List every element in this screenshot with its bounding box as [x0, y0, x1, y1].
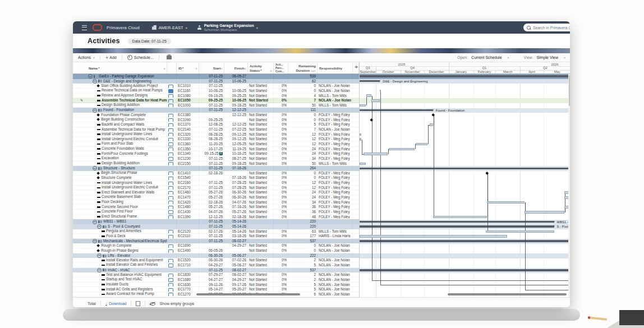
activity-row[interactable]: Pool & DeckEC211007-11-2503-16-26Not Sta… — [73, 234, 359, 239]
activity-row[interactable]: Install Elevator Rails and EquipmentEC15… — [73, 258, 359, 263]
activity-row[interactable]: Startup and Test HVACEC168004-27-2704-29… — [73, 278, 359, 283]
collapse-icon[interactable] — [97, 268, 102, 272]
discussion-icon[interactable] — [168, 278, 173, 281]
activity-row[interactable]: Install Underground Water LinesEC216007-… — [73, 181, 359, 186]
schedule-button[interactable]: Schedule... — [122, 53, 159, 62]
discussion-icon[interactable] — [168, 215, 173, 219]
discussion-icon[interactable] — [168, 206, 173, 209]
activity-row[interactable]: Rough-In Phase BeginsEC149006-05-26Not S… — [73, 248, 359, 253]
activity-row[interactable]: Erect Structural FrameEC139012-12-2502-1… — [73, 215, 359, 220]
collapse-icon[interactable] — [93, 166, 97, 170]
discussion-icon[interactable] — [168, 191, 173, 195]
discussion-icon[interactable] — [168, 104, 173, 107]
discussion-icon[interactable] — [168, 138, 173, 141]
gantt-task-bar[interactable] — [364, 153, 388, 155]
table-horizontal-scrollbar[interactable] — [196, 293, 300, 295]
group-row[interactable]: GarEx - Parking Garage Expansion07-11-25… — [73, 74, 359, 79]
gantt-summary-bar[interactable] — [360, 168, 570, 170]
activity-row[interactable]: Floor DeckingEC142002-18-2604-07-26Not S… — [73, 200, 359, 205]
discussion-icon[interactable] — [168, 201, 173, 204]
gantt-summary-bar[interactable] — [360, 269, 570, 271]
discussion-icon[interactable] — [168, 147, 173, 151]
group-row[interactable]: D&E - Design and Engineering07-11-2510-0… — [73, 79, 359, 84]
gantt-task-bar[interactable] — [366, 94, 371, 97]
sort-ascending-icon[interactable]: ↓₁ — [311, 69, 314, 72]
discussion-icon[interactable] — [168, 186, 173, 190]
actions-menu-button[interactable]: Actions▾ — [73, 53, 100, 62]
gantt-task-bar[interactable] — [525, 211, 564, 214]
chevron-down-icon[interactable]: ▾ — [256, 26, 258, 30]
column-menu-icon[interactable]: ∨ — [244, 67, 246, 70]
collapse-icon[interactable] — [93, 220, 97, 224]
activity-row[interactable]: Assemble Technical Data for Heat PumpEC2… — [73, 127, 359, 132]
gantt-task-bar[interactable] — [487, 201, 525, 204]
gantt-summary-bar[interactable] — [360, 80, 380, 82]
activity-row[interactable]: Concrete First FloorEC143004-07-2605-27-… — [73, 210, 359, 215]
global-search-input[interactable]: Search in Primavera Cloud — [523, 24, 570, 31]
discussion-icon[interactable] — [168, 153, 173, 156]
discussion-icon[interactable] — [168, 128, 173, 132]
group-row[interactable]: Lifts - Elevator06-30-2605-06-27222 — [73, 253, 359, 258]
column-header-percent-complete[interactable]: Acti...Perc...Com... — [274, 62, 288, 73]
discussion-icon[interactable] — [168, 264, 173, 267]
activity-row[interactable]: Erect Stairwell and Elevator WallsEC1460… — [73, 190, 359, 195]
collapse-icon[interactable] — [93, 239, 97, 243]
activity-row[interactable]: Design Building AdditionEC100007-11-2509… — [73, 103, 359, 108]
discussion-icon[interactable] — [168, 142, 173, 146]
add-column-button[interactable]: + — [353, 62, 359, 73]
discussion-icon[interactable] — [168, 182, 173, 185]
open-schedule-dropdown[interactable]: Current Schedule — [471, 56, 502, 59]
discussion-icon[interactable] — [168, 288, 173, 292]
discussion-icon[interactable] — [168, 177, 173, 180]
column-header-discussion[interactable] — [167, 62, 177, 73]
discussion-icon[interactable] — [168, 230, 173, 233]
gantt-task-bar[interactable] — [430, 123, 433, 126]
discussion-icon[interactable] — [168, 118, 173, 122]
activity-row[interactable]: Foundation Phase CompleteEC138012-12-25N… — [73, 113, 359, 118]
gantt-task-bar[interactable] — [371, 99, 380, 102]
gantt-task-bar[interactable] — [486, 230, 554, 233]
activity-row[interactable]: Insulate DuctsEC163009-11-2609-17-26Not … — [73, 283, 359, 288]
activity-row[interactable]: Install Underground Water LinesEC132008-… — [73, 132, 359, 137]
hamburger-menu-icon[interactable] — [82, 25, 87, 30]
hide-empty-groups-icon[interactable] — [150, 302, 155, 305]
activity-row[interactable]: Install AC Grills and RegistersEC177005-… — [73, 287, 359, 292]
group-row[interactable]: Found - Foundation07-11-2512-12-25111 — [73, 108, 359, 113]
discussion-icon[interactable] — [168, 114, 173, 117]
discussion-icon[interactable] — [168, 293, 173, 296]
column-menu-icon[interactable]: ∨ — [195, 67, 197, 70]
chevron-down-icon[interactable]: ▾ — [508, 56, 509, 59]
activity-row[interactable]: Concrete Basement SlabEC147005-27-2606-3… — [73, 195, 359, 200]
activity-row[interactable]: Begin Building ConstructionEC109009-25-2… — [73, 118, 359, 123]
activity-row[interactable]: Review and Approve DesignsEC108009-19-25… — [73, 94, 359, 99]
column-header-finish[interactable]: ∨Finish — [224, 62, 248, 73]
collapse-icon[interactable] — [93, 79, 97, 84]
print-button[interactable] — [159, 53, 179, 62]
activity-row[interactable]: ExcavationEC123007-11-2508-27-25Not Star… — [73, 156, 359, 161]
gantt-task-bar[interactable] — [360, 133, 361, 136]
discussion-icon[interactable] — [168, 157, 173, 160]
discussion-icon[interactable] — [168, 123, 173, 127]
activity-row[interactable]: Assemble Technical Data for Heat PumpEC1… — [73, 98, 359, 103]
chevron-down-icon[interactable]: ▾ — [186, 26, 187, 30]
gantt-task-bar[interactable] — [360, 163, 366, 165]
discussion-icon[interactable] — [168, 244, 173, 248]
discussion-icon[interactable] — [168, 99, 173, 103]
discussion-icon[interactable] — [168, 274, 173, 277]
collapse-icon[interactable] — [97, 224, 102, 229]
activity-row[interactable]: Install Elevator Cab and FinishesEC17100… — [73, 263, 359, 268]
gantt-horizontal-scrollbar[interactable] — [448, 293, 567, 295]
activity-row[interactable]: Install Underground Electric ConduitEC21… — [73, 186, 359, 191]
activity-row[interactable]: Test and Balance HVAC EquipmentEC183007-… — [73, 272, 359, 278]
activity-row[interactable]: Review Technical Data on Heat PumpsEC116… — [73, 89, 359, 94]
group-row[interactable]: HVAC - HVAC07-11-2508-02-27537 — [73, 268, 359, 273]
show-empty-groups-toggle[interactable]: Show empty groups — [159, 302, 194, 306]
discussion-icon[interactable] — [168, 85, 173, 88]
column-header-id[interactable]: ID*∨ — [177, 62, 199, 73]
activity-row[interactable]: Pergola and AmenitiesEC212002-17-2605-14… — [73, 229, 359, 234]
discussion-icon[interactable] — [168, 172, 173, 175]
discussion-icon[interactable] — [168, 283, 173, 287]
gantt-summary-bar[interactable] — [360, 240, 570, 242]
column-header-remaining-duration[interactable]: RemainingDuration ↓₁∨ — [288, 62, 318, 73]
gantt-milestone[interactable] — [370, 118, 373, 122]
